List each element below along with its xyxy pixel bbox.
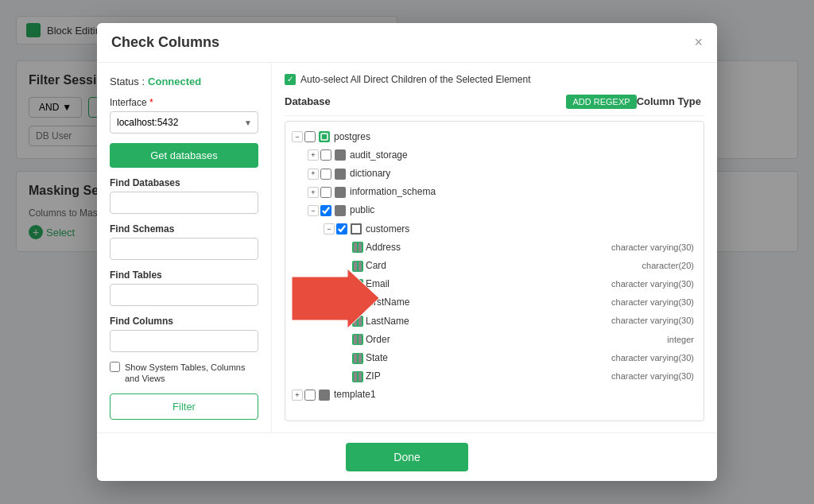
col-icon-state xyxy=(352,353,363,364)
show-system-tables-label: Show System Tables, Columns and Views xyxy=(125,362,258,385)
filter-button[interactable]: Filter xyxy=(110,394,258,420)
col-icon-email xyxy=(352,279,363,290)
green-square-postgres xyxy=(319,131,330,142)
interface-label: Interface * xyxy=(110,97,258,108)
tree-node-zip: ZIP character varying(30) xyxy=(289,367,700,386)
col-icon-firstname xyxy=(352,297,363,308)
tree-node-state: State character varying(30) xyxy=(289,349,700,367)
required-marker: * xyxy=(149,97,153,108)
col-icon-lastname xyxy=(352,316,363,327)
modal-footer: Done xyxy=(97,432,717,481)
expand-customers[interactable]: − xyxy=(324,223,335,235)
interface-select-wrapper: localhost:5432 ▼ xyxy=(110,111,258,134)
node-label-lastname: LastName xyxy=(366,314,409,329)
node-label-card: Card xyxy=(366,258,386,273)
node-label-public: public xyxy=(350,203,374,218)
add-regexp-button[interactable]: ADD REGEXP xyxy=(566,95,636,109)
col-icon-order xyxy=(352,334,363,345)
db-icon-template1 xyxy=(318,389,331,401)
left-panel: Status : Connected Interface * localhost… xyxy=(97,63,272,433)
done-button[interactable]: Done xyxy=(346,443,467,471)
interface-select[interactable]: localhost:5432 xyxy=(110,111,258,134)
checkbox-dictionary[interactable] xyxy=(320,169,331,180)
node-label-email: Email xyxy=(366,277,390,292)
col-icon-card xyxy=(352,261,363,272)
interface-field: Interface * localhost:5432 ▼ xyxy=(110,97,258,134)
db-icon-postgres xyxy=(318,130,331,143)
expand-audit-storage[interactable]: + xyxy=(308,149,319,161)
tree-node-postgres: − postgres xyxy=(289,128,700,146)
auto-select-label: Auto-select All Direct Children of the S… xyxy=(300,74,530,85)
show-system-tables-checkbox[interactable] xyxy=(110,362,120,372)
checkbox-customers[interactable] xyxy=(336,223,347,235)
check-columns-modal: Check Columns × Status : Connected Inter… xyxy=(97,23,717,482)
find-columns-input[interactable] xyxy=(110,330,258,352)
node-label-template1: template1 xyxy=(334,387,376,402)
modal-close-button[interactable]: × xyxy=(694,35,703,49)
col-type-order: integer xyxy=(667,333,700,347)
find-schemas-input[interactable] xyxy=(110,238,258,260)
modal-body: Status : Connected Interface * localhost… xyxy=(97,63,717,433)
col-type-email: character varying(30) xyxy=(611,277,700,292)
tree-header: Database ADD REGEXP Column Type xyxy=(285,95,704,116)
node-label-address: Address xyxy=(366,240,401,255)
modal-overlay: Check Columns × Status : Connected Inter… xyxy=(0,0,814,504)
expand-template1[interactable]: + xyxy=(292,390,303,401)
table-icon-customers xyxy=(350,223,362,235)
tree-node-email: Email character varying(30) xyxy=(289,275,700,293)
node-label-postgres: postgres xyxy=(334,130,370,145)
col-icon-zip xyxy=(352,371,363,382)
expand-public[interactable]: − xyxy=(308,205,319,216)
status-value: Connected xyxy=(148,76,201,87)
find-databases-field: Find Databases xyxy=(110,177,258,214)
modal-title: Check Columns xyxy=(111,34,219,51)
expand-postgres[interactable]: − xyxy=(292,131,303,142)
modal-header: Check Columns × xyxy=(97,23,717,63)
tree-node-information-schema: + information_schema xyxy=(289,183,700,201)
node-label-dictionary: dictionary xyxy=(350,166,390,181)
checkbox-template1[interactable] xyxy=(304,390,316,401)
tree-node-order: Order integer xyxy=(289,331,700,349)
tree-container: − postgres + xyxy=(285,121,704,422)
find-tables-input[interactable] xyxy=(110,284,258,306)
checkbox-information-schema[interactable] xyxy=(320,187,331,198)
node-label-information-schema: information_schema xyxy=(350,184,436,200)
find-databases-input[interactable] xyxy=(110,192,258,214)
tree-header-column-type: Column Type xyxy=(637,95,704,107)
node-label-audit-storage: audit_storage xyxy=(350,148,408,163)
checkbox-postgres[interactable] xyxy=(304,131,316,142)
col-type-firstname: character varying(30) xyxy=(611,296,700,310)
tree-node-public: − public xyxy=(289,201,700,219)
find-columns-field: Find Columns xyxy=(110,316,258,352)
get-databases-button[interactable]: Get databases xyxy=(110,143,258,168)
tree-node-audit-storage: + audit_storage xyxy=(289,146,700,165)
checkbox-audit-storage[interactable] xyxy=(320,149,331,161)
show-system-tables-row: Show System Tables, Columns and Views xyxy=(110,362,258,385)
right-panel: ✓ Auto-select All Direct Children of the… xyxy=(272,63,717,433)
col-type-address: character varying(30) xyxy=(611,241,700,255)
find-schemas-label: Find Schemas xyxy=(110,223,258,235)
auto-select-checkbox[interactable]: ✓ xyxy=(285,74,296,85)
schema-icon-information-schema xyxy=(334,186,347,199)
tree-node-customers: − customers xyxy=(289,220,700,238)
tree-header-database: Database xyxy=(285,95,561,107)
find-schemas-field: Find Schemas xyxy=(110,223,258,260)
svg-rect-1 xyxy=(321,134,328,140)
find-tables-label: Find Tables xyxy=(110,269,258,281)
col-type-state: character varying(30) xyxy=(611,351,700,366)
checkbox-public[interactable] xyxy=(320,205,331,216)
tree-node-card: Card character(20) xyxy=(289,257,700,275)
node-label-zip: ZIP xyxy=(366,369,381,384)
find-databases-label: Find Databases xyxy=(110,177,258,188)
col-type-lastname: character varying(30) xyxy=(611,314,700,328)
expand-dictionary[interactable]: + xyxy=(308,169,319,180)
node-label-state: State xyxy=(366,351,388,366)
tree-node-firstname: FirstName character varying(30) xyxy=(289,293,700,312)
col-type-zip: character varying(30) xyxy=(611,370,700,384)
schema-icon-dictionary xyxy=(334,168,347,180)
schema-icon-audit-storage xyxy=(334,149,347,161)
col-type-card: character(20) xyxy=(642,259,700,273)
tree-node-address: Address character varying(30) xyxy=(289,238,700,257)
expand-information-schema[interactable]: + xyxy=(308,187,319,198)
node-label-customers: customers xyxy=(366,222,409,237)
